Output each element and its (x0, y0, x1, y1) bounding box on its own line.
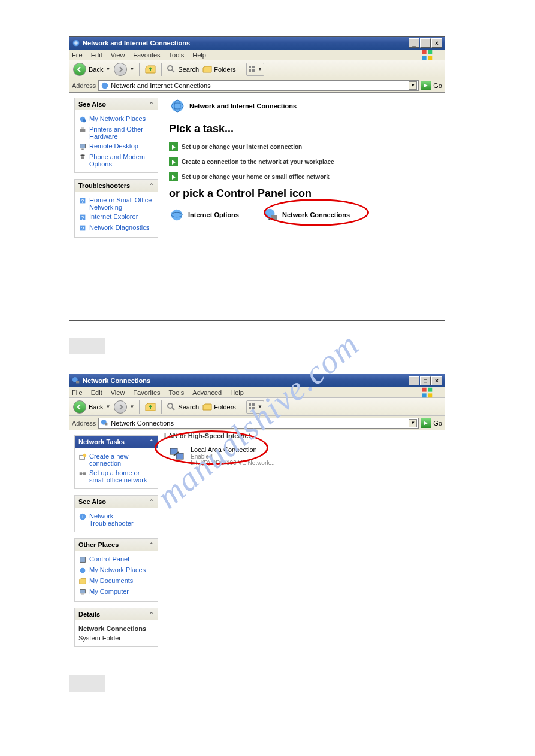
panel-header-see-also[interactable]: See Also ⌃ (75, 98, 158, 110)
svg-rect-34 (76, 381, 79, 383)
menu-view[interactable]: View (111, 51, 125, 59)
sidebar-item-network-troubleshooter[interactable]: i Network Troubleshooter (78, 511, 154, 528)
sidebar-item-home-networking[interactable]: ? Home or Small Office Networking (78, 195, 154, 212)
close-button[interactable]: × (431, 38, 442, 48)
local-area-connection-item[interactable]: Local Area Connection Enabled Intel(R) P… (165, 444, 445, 469)
maximize-button[interactable]: □ (420, 376, 431, 385)
connection-icon (168, 446, 186, 464)
search-button[interactable]: Search (167, 402, 199, 412)
xp-flag-icon (421, 388, 434, 397)
svg-rect-14 (80, 129, 86, 132)
svg-rect-1 (422, 50, 427, 54)
go-label: Go (433, 420, 442, 427)
menu-favorites[interactable]: Favorites (133, 389, 160, 396)
menu-favorites[interactable]: Favorites (133, 51, 160, 59)
menu-view[interactable]: View (111, 389, 125, 396)
menu-file[interactable]: File (72, 51, 83, 59)
cpl-internet-options[interactable]: Internet Options (169, 207, 239, 223)
panel-header-other-places[interactable]: Other Places ⌃ (75, 539, 158, 551)
toolbar: Back ▼ ▼ Search Folders ▼ (69, 60, 445, 78)
svg-point-55 (80, 568, 86, 573)
panel-header-see-also[interactable]: See Also ⌃ (75, 496, 158, 508)
sidebar-item-my-network-places[interactable]: My Network Places (78, 565, 154, 576)
address-input[interactable]: Network Connections ▼ (98, 418, 419, 429)
svg-point-25 (171, 100, 183, 112)
minimize-button[interactable]: _ (409, 38, 419, 48)
go-button[interactable] (421, 418, 431, 428)
svg-rect-46 (105, 423, 107, 426)
toolbar: Back ▼ ▼ Search Folders ▼ (69, 398, 445, 416)
address-input[interactable]: Network and Internet Connections ▼ (98, 80, 419, 91)
xp-flag-icon (421, 50, 434, 60)
minimize-button[interactable]: _ (409, 376, 419, 385)
menu-tools[interactable]: Tools (169, 51, 185, 59)
address-label: Address (72, 420, 96, 427)
connection-device: Intel(R) PRO/100 VE Network... (191, 460, 275, 466)
menu-help[interactable]: Help (192, 51, 206, 59)
address-bar: Address Network and Internet Connections… (69, 78, 445, 93)
window-title: Network and Internet Connections (83, 40, 409, 47)
svg-line-40 (172, 408, 174, 410)
up-button[interactable] (144, 401, 156, 413)
window-network-connections: Network Connections _ □ × File Edit View… (69, 374, 445, 658)
menu-help[interactable]: Help (230, 389, 244, 396)
section-lan-header: LAN or High-Speed Internet (161, 430, 445, 441)
menu-advanced[interactable]: Advanced (192, 389, 222, 396)
go-button[interactable] (421, 81, 431, 90)
panel-header-network-tasks[interactable]: Network Tasks ⌃ (75, 436, 158, 448)
go-label: Go (433, 82, 442, 89)
svg-rect-4 (428, 56, 432, 60)
panel-header-details[interactable]: Details ⌃ (75, 608, 158, 620)
up-button[interactable] (144, 63, 156, 75)
sidebar-item-my-network-places[interactable]: My Network Places (78, 114, 154, 125)
svg-rect-37 (422, 393, 427, 397)
back-button[interactable]: Back ▼ (73, 400, 110, 414)
svg-rect-50 (83, 472, 86, 475)
menu-edit[interactable]: Edit (91, 389, 102, 396)
svg-rect-54 (80, 557, 86, 563)
svg-rect-18 (81, 156, 84, 159)
sidebar-item-setup-home-network[interactable]: Set up a home or small office network (78, 468, 154, 485)
pick-task-heading: Pick a task... (169, 123, 436, 135)
menu-edit[interactable]: Edit (91, 51, 102, 59)
svg-point-5 (168, 66, 173, 71)
views-button[interactable]: ▼ (246, 63, 264, 76)
sidebar-item-remote-desktop[interactable]: Remote Desktop (78, 141, 154, 152)
maximize-button[interactable]: □ (420, 38, 431, 48)
task-setup-internet[interactable]: Set up or change your Internet connectio… (169, 142, 436, 151)
menu-tools[interactable]: Tools (169, 389, 185, 396)
folders-button[interactable]: Folders (202, 402, 236, 412)
sidebar-item-my-documents[interactable]: My Documents (78, 576, 154, 587)
titlebar: Network and Internet Connections _ □ × (69, 37, 445, 50)
category-icon (169, 98, 186, 114)
folders-button[interactable]: Folders (202, 65, 236, 74)
svg-rect-8 (252, 66, 255, 68)
svg-rect-15 (81, 127, 84, 129)
address-dropdown[interactable]: ▼ (409, 419, 417, 427)
sidebar-item-control-panel[interactable]: Control Panel (78, 554, 154, 565)
sidebar-item-network-diag[interactable]: ? Network Diagnostics (78, 223, 154, 233)
svg-rect-36 (428, 387, 432, 391)
back-button[interactable]: Back ▼ (73, 63, 110, 76)
sidebar-item-printers[interactable]: Printers and Other Hardware (78, 125, 154, 141)
titlebar: Network Connections _ □ × (69, 374, 445, 387)
cpl-network-connections[interactable]: Network Connections (263, 207, 350, 223)
search-button[interactable]: Search (167, 65, 199, 74)
svg-point-48 (83, 454, 86, 457)
sidebar-item-ie[interactable]: ? Internet Explorer (78, 212, 154, 223)
address-dropdown[interactable]: ▼ (409, 81, 417, 90)
sidebar-item-create-connection[interactable]: Create a new connection (78, 451, 154, 468)
panel-header-troubleshooters[interactable]: Troubleshooters ⌃ (75, 180, 158, 192)
close-button[interactable]: × (431, 376, 442, 385)
svg-rect-7 (249, 66, 251, 68)
sidebar-item-phone-modem[interactable]: Phone and Modem Options (78, 152, 154, 169)
views-button[interactable]: ▼ (246, 400, 264, 414)
menubar: File Edit View Favorites Tools Advanced … (69, 387, 445, 398)
task-workplace-connection[interactable]: Create a connection to the network at yo… (169, 157, 436, 166)
menu-file[interactable]: File (72, 389, 83, 396)
forward-button[interactable]: ▼ (114, 63, 134, 76)
sidebar-item-my-computer[interactable]: My Computer (78, 587, 154, 597)
forward-button[interactable]: ▼ (114, 400, 134, 414)
panel-see-also: See Also ⌃ My Network Places Printers an… (74, 98, 158, 173)
task-home-network[interactable]: Set up or change your home or small offi… (169, 172, 436, 181)
